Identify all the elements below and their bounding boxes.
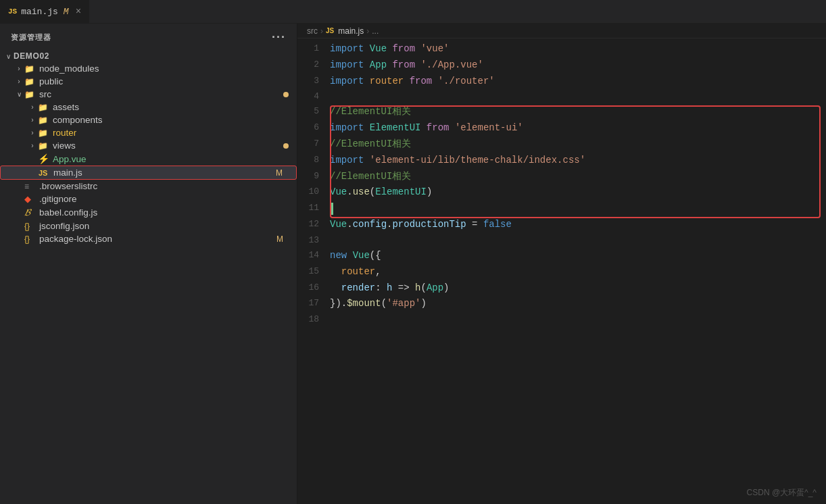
line-content: import 'element-ui/lib/theme-chalk/index… <box>330 153 826 169</box>
tree-item-node-modules[interactable]: › 📁 node_modules <box>0 62 297 75</box>
editor-area: src › JS main.js › ... 1 import Vue from… <box>297 24 826 504</box>
main-js-modified-badge: M <box>276 168 283 178</box>
chevron-right-icon: › <box>27 142 38 149</box>
breadcrumb: src › JS main.js › ... <box>297 24 826 39</box>
code-line-8: 8 import 'element-ui/lib/theme-chalk/ind… <box>297 153 826 169</box>
line-content <box>330 233 826 248</box>
line-content <box>330 312 826 327</box>
tab-modified-badge: M <box>64 7 69 17</box>
breadcrumb-sep2: › <box>366 26 369 36</box>
code-line-18: 18 <box>297 312 826 327</box>
line-content: import ElementUI from 'element-ui' <box>330 120 826 136</box>
assets-label: assets <box>53 102 297 112</box>
line-content: router, <box>330 264 826 280</box>
folder-icon: 📁 <box>38 141 53 151</box>
git-icon: ◆ <box>24 194 39 204</box>
line-number: 8 <box>297 153 330 169</box>
breadcrumb-filename: main.js <box>338 26 364 36</box>
browserslistrc-label: .browserslistrc <box>39 181 297 191</box>
line-number: 5 <box>297 104 330 120</box>
code-line-2: 2 import App from './App.vue' <box>297 57 826 74</box>
vue-icon: ⚡ <box>38 153 53 164</box>
code-line-10: 10 Vue.use(ElementUI) <box>297 184 826 201</box>
tab-filename: main.js <box>21 7 58 17</box>
line-number: 15 <box>297 264 330 280</box>
tree-item-assets[interactable]: › 📁 assets <box>0 101 297 114</box>
tree-item-views[interactable]: › 📁 views <box>0 139 297 152</box>
line-number: 11 <box>297 201 330 217</box>
code-editor[interactable]: 1 import Vue from 'vue' 2 import App fro… <box>297 39 826 504</box>
code-line-7: 7 //ElementUI相关 <box>297 136 826 153</box>
folder-icon: 📁 <box>24 64 39 74</box>
line-number: 13 <box>297 233 330 248</box>
chevron-right-icon: › <box>27 129 38 136</box>
folder-icon: 📁 <box>38 103 53 112</box>
node-modules-label: node_modules <box>39 64 297 74</box>
sidebar-title: 资源管理器 <box>11 32 51 43</box>
breadcrumb-sep1: › <box>320 26 323 36</box>
json-icon: {} <box>24 222 39 231</box>
chevron-right-icon: › <box>27 116 38 124</box>
line-content: import router from './router' <box>330 74 826 90</box>
tree-item-jsconfig[interactable]: {} jsconfig.json <box>0 220 297 232</box>
folder-icon: 📁 <box>24 90 39 99</box>
line-number: 18 <box>297 312 330 327</box>
modified-dot <box>283 92 289 97</box>
code-line-13: 13 <box>297 233 826 248</box>
json-icon: {} <box>24 234 39 244</box>
breadcrumb-js-icon: JS <box>326 27 334 34</box>
tree-item-main-js[interactable]: JS main.js M <box>0 166 297 180</box>
chevron-down-icon: ∨ <box>3 53 14 60</box>
tree-item-package-lock[interactable]: {} package-lock.json M <box>0 232 297 245</box>
sidebar-header: 资源管理器 ··· <box>0 24 297 50</box>
line-content: render: h => h(App) <box>330 280 826 297</box>
code-line-1: 1 import Vue from 'vue' <box>297 41 826 57</box>
line-number: 10 <box>297 184 330 201</box>
tree-item-gitignore[interactable]: ◆ .gitignore <box>0 193 297 205</box>
tree-item-public[interactable]: › 📁 public <box>0 75 297 88</box>
tree-item-components[interactable]: › 📁 components <box>0 114 297 126</box>
line-number: 1 <box>297 41 330 57</box>
tree-item-demo02[interactable]: ∨ DEMO02 <box>0 50 297 62</box>
tab-close-button[interactable]: × <box>76 6 81 17</box>
folder-icon: 📁 <box>38 128 53 138</box>
js-icon: JS <box>8 7 17 16</box>
package-lock-badge: M <box>276 234 283 244</box>
tree-item-router[interactable]: › 📁 router <box>0 126 297 139</box>
tree-item-src[interactable]: ∨ 📁 src <box>0 88 297 101</box>
line-number: 3 <box>297 74 330 90</box>
list-icon: ≡ <box>24 182 39 191</box>
code-line-17: 17 }).$mount('#app') <box>297 296 826 312</box>
chevron-down-icon: ∨ <box>14 91 24 98</box>
tree-item-app-vue[interactable]: ⚡ App.vue <box>0 152 297 166</box>
babel-icon: 𝓑 <box>24 207 39 218</box>
folder-icon: 📁 <box>38 116 53 125</box>
main-js-tab[interactable]: JS main.js M × <box>0 0 90 23</box>
line-content <box>330 201 826 217</box>
jsconfig-label: jsconfig.json <box>39 221 297 231</box>
router-label: router <box>53 128 297 138</box>
src-label: src <box>39 89 283 99</box>
code-line-14: 14 new Vue({ <box>297 248 826 264</box>
tree-item-babel-config[interactable]: 𝓑 babel.config.js <box>0 205 297 220</box>
watermark: CSDN @大环蛋^_^ <box>747 487 817 499</box>
line-content <box>330 89 826 104</box>
babel-label: babel.config.js <box>39 207 297 218</box>
code-line-9: 9 //ElementUI相关 <box>297 169 826 185</box>
code-line-15: 15 router, <box>297 264 826 280</box>
breadcrumb-dots: ... <box>372 26 379 36</box>
package-lock-label: package-lock.json <box>39 234 276 244</box>
modified-dot <box>283 143 289 149</box>
line-content: import App from './App.vue' <box>330 57 826 74</box>
public-label: public <box>39 76 297 86</box>
tree-item-browserslistrc[interactable]: ≡ .browserslistrc <box>0 180 297 193</box>
line-number: 17 <box>297 296 330 312</box>
views-label: views <box>53 141 283 151</box>
code-line-5: 5 //ElementUI相关 <box>297 104 826 120</box>
main-layout: 资源管理器 ··· ∨ DEMO02 › 📁 node_modules › 📁 … <box>0 24 826 504</box>
tab-bar: JS main.js M × <box>0 0 826 24</box>
sidebar-menu-button[interactable]: ··· <box>272 30 286 45</box>
line-content: }).$mount('#app') <box>330 296 826 312</box>
line-number: 9 <box>297 169 330 185</box>
line-number: 14 <box>297 248 330 264</box>
